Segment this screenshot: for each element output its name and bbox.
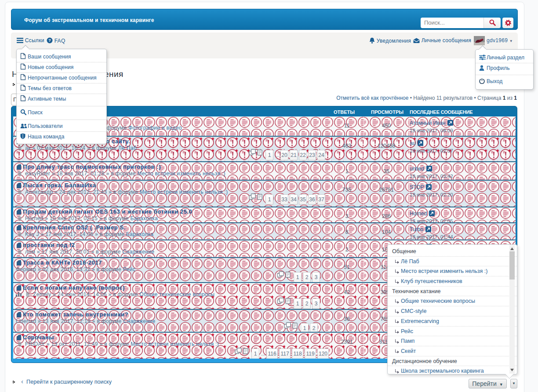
svg-text:?: ? xyxy=(48,38,51,43)
